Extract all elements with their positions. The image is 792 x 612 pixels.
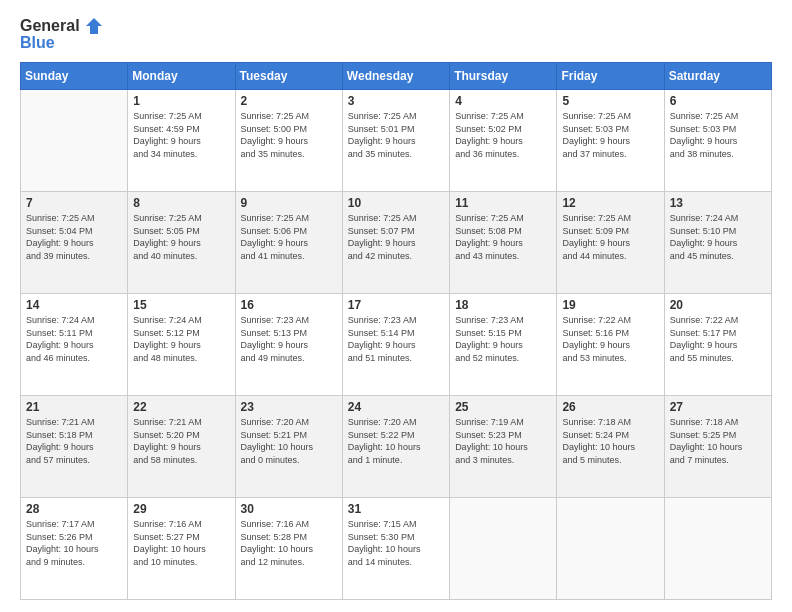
page-header: General Blue — [20, 16, 772, 52]
day-info: Sunrise: 7:25 AM Sunset: 5:07 PM Dayligh… — [348, 212, 444, 262]
day-info: Sunrise: 7:24 AM Sunset: 5:11 PM Dayligh… — [26, 314, 122, 364]
day-number: 4 — [455, 94, 551, 108]
day-number: 6 — [670, 94, 766, 108]
day-number: 17 — [348, 298, 444, 312]
calendar-cell: 25Sunrise: 7:19 AM Sunset: 5:23 PM Dayli… — [450, 396, 557, 498]
calendar-cell: 10Sunrise: 7:25 AM Sunset: 5:07 PM Dayli… — [342, 192, 449, 294]
day-info: Sunrise: 7:20 AM Sunset: 5:22 PM Dayligh… — [348, 416, 444, 466]
calendar-week-row: 14Sunrise: 7:24 AM Sunset: 5:11 PM Dayli… — [21, 294, 772, 396]
day-number: 7 — [26, 196, 122, 210]
day-number: 16 — [241, 298, 337, 312]
day-info: Sunrise: 7:15 AM Sunset: 5:30 PM Dayligh… — [348, 518, 444, 568]
logo: General Blue — [20, 16, 102, 52]
calendar-cell: 9Sunrise: 7:25 AM Sunset: 5:06 PM Daylig… — [235, 192, 342, 294]
day-number: 28 — [26, 502, 122, 516]
calendar-cell: 17Sunrise: 7:23 AM Sunset: 5:14 PM Dayli… — [342, 294, 449, 396]
day-info: Sunrise: 7:25 AM Sunset: 5:04 PM Dayligh… — [26, 212, 122, 262]
calendar-week-row: 1Sunrise: 7:25 AM Sunset: 4:59 PM Daylig… — [21, 90, 772, 192]
day-number: 19 — [562, 298, 658, 312]
day-number: 8 — [133, 196, 229, 210]
day-number: 13 — [670, 196, 766, 210]
day-info: Sunrise: 7:23 AM Sunset: 5:15 PM Dayligh… — [455, 314, 551, 364]
day-info: Sunrise: 7:25 AM Sunset: 5:01 PM Dayligh… — [348, 110, 444, 160]
calendar-cell: 20Sunrise: 7:22 AM Sunset: 5:17 PM Dayli… — [664, 294, 771, 396]
day-info: Sunrise: 7:17 AM Sunset: 5:26 PM Dayligh… — [26, 518, 122, 568]
day-info: Sunrise: 7:24 AM Sunset: 5:10 PM Dayligh… — [670, 212, 766, 262]
day-number: 25 — [455, 400, 551, 414]
calendar-week-row: 7Sunrise: 7:25 AM Sunset: 5:04 PM Daylig… — [21, 192, 772, 294]
day-number: 10 — [348, 196, 444, 210]
calendar-cell: 18Sunrise: 7:23 AM Sunset: 5:15 PM Dayli… — [450, 294, 557, 396]
calendar-cell: 16Sunrise: 7:23 AM Sunset: 5:13 PM Dayli… — [235, 294, 342, 396]
weekday-header-monday: Monday — [128, 63, 235, 90]
day-info: Sunrise: 7:22 AM Sunset: 5:16 PM Dayligh… — [562, 314, 658, 364]
day-info: Sunrise: 7:25 AM Sunset: 5:02 PM Dayligh… — [455, 110, 551, 160]
day-info: Sunrise: 7:25 AM Sunset: 5:08 PM Dayligh… — [455, 212, 551, 262]
calendar-cell: 8Sunrise: 7:25 AM Sunset: 5:05 PM Daylig… — [128, 192, 235, 294]
day-info: Sunrise: 7:18 AM Sunset: 5:25 PM Dayligh… — [670, 416, 766, 466]
calendar-cell: 13Sunrise: 7:24 AM Sunset: 5:10 PM Dayli… — [664, 192, 771, 294]
calendar-cell: 30Sunrise: 7:16 AM Sunset: 5:28 PM Dayli… — [235, 498, 342, 600]
weekday-header-wednesday: Wednesday — [342, 63, 449, 90]
calendar-table: SundayMondayTuesdayWednesdayThursdayFrid… — [20, 62, 772, 600]
calendar-cell: 21Sunrise: 7:21 AM Sunset: 5:18 PM Dayli… — [21, 396, 128, 498]
day-info: Sunrise: 7:23 AM Sunset: 5:13 PM Dayligh… — [241, 314, 337, 364]
logo-arrow-icon — [82, 16, 102, 36]
calendar-cell: 11Sunrise: 7:25 AM Sunset: 5:08 PM Dayli… — [450, 192, 557, 294]
day-number: 5 — [562, 94, 658, 108]
day-number: 31 — [348, 502, 444, 516]
weekday-header-tuesday: Tuesday — [235, 63, 342, 90]
day-info: Sunrise: 7:21 AM Sunset: 5:20 PM Dayligh… — [133, 416, 229, 466]
calendar-cell: 23Sunrise: 7:20 AM Sunset: 5:21 PM Dayli… — [235, 396, 342, 498]
day-number: 21 — [26, 400, 122, 414]
day-number: 29 — [133, 502, 229, 516]
day-info: Sunrise: 7:19 AM Sunset: 5:23 PM Dayligh… — [455, 416, 551, 466]
day-info: Sunrise: 7:16 AM Sunset: 5:28 PM Dayligh… — [241, 518, 337, 568]
day-number: 18 — [455, 298, 551, 312]
calendar-cell: 24Sunrise: 7:20 AM Sunset: 5:22 PM Dayli… — [342, 396, 449, 498]
weekday-header-friday: Friday — [557, 63, 664, 90]
day-info: Sunrise: 7:25 AM Sunset: 4:59 PM Dayligh… — [133, 110, 229, 160]
calendar-cell — [450, 498, 557, 600]
calendar-cell: 2Sunrise: 7:25 AM Sunset: 5:00 PM Daylig… — [235, 90, 342, 192]
day-number: 24 — [348, 400, 444, 414]
calendar-week-row: 21Sunrise: 7:21 AM Sunset: 5:18 PM Dayli… — [21, 396, 772, 498]
day-info: Sunrise: 7:22 AM Sunset: 5:17 PM Dayligh… — [670, 314, 766, 364]
weekday-header-sunday: Sunday — [21, 63, 128, 90]
calendar-cell: 4Sunrise: 7:25 AM Sunset: 5:02 PM Daylig… — [450, 90, 557, 192]
day-number: 26 — [562, 400, 658, 414]
calendar-cell: 31Sunrise: 7:15 AM Sunset: 5:30 PM Dayli… — [342, 498, 449, 600]
day-number: 1 — [133, 94, 229, 108]
calendar-cell: 22Sunrise: 7:21 AM Sunset: 5:20 PM Dayli… — [128, 396, 235, 498]
day-number: 9 — [241, 196, 337, 210]
day-number: 30 — [241, 502, 337, 516]
calendar-cell: 28Sunrise: 7:17 AM Sunset: 5:26 PM Dayli… — [21, 498, 128, 600]
svg-marker-0 — [86, 18, 102, 34]
weekday-header-saturday: Saturday — [664, 63, 771, 90]
day-info: Sunrise: 7:25 AM Sunset: 5:05 PM Dayligh… — [133, 212, 229, 262]
calendar-cell — [21, 90, 128, 192]
day-number: 2 — [241, 94, 337, 108]
day-info: Sunrise: 7:25 AM Sunset: 5:00 PM Dayligh… — [241, 110, 337, 160]
calendar-cell: 27Sunrise: 7:18 AM Sunset: 5:25 PM Dayli… — [664, 396, 771, 498]
calendar-cell — [557, 498, 664, 600]
day-number: 12 — [562, 196, 658, 210]
calendar-cell: 7Sunrise: 7:25 AM Sunset: 5:04 PM Daylig… — [21, 192, 128, 294]
calendar-header-row: SundayMondayTuesdayWednesdayThursdayFrid… — [21, 63, 772, 90]
calendar-cell: 29Sunrise: 7:16 AM Sunset: 5:27 PM Dayli… — [128, 498, 235, 600]
calendar-week-row: 28Sunrise: 7:17 AM Sunset: 5:26 PM Dayli… — [21, 498, 772, 600]
day-info: Sunrise: 7:25 AM Sunset: 5:03 PM Dayligh… — [670, 110, 766, 160]
calendar-cell: 26Sunrise: 7:18 AM Sunset: 5:24 PM Dayli… — [557, 396, 664, 498]
day-number: 22 — [133, 400, 229, 414]
calendar-cell: 14Sunrise: 7:24 AM Sunset: 5:11 PM Dayli… — [21, 294, 128, 396]
day-info: Sunrise: 7:20 AM Sunset: 5:21 PM Dayligh… — [241, 416, 337, 466]
day-number: 11 — [455, 196, 551, 210]
calendar-cell: 5Sunrise: 7:25 AM Sunset: 5:03 PM Daylig… — [557, 90, 664, 192]
calendar-cell — [664, 498, 771, 600]
day-number: 27 — [670, 400, 766, 414]
day-number: 3 — [348, 94, 444, 108]
day-info: Sunrise: 7:23 AM Sunset: 5:14 PM Dayligh… — [348, 314, 444, 364]
day-info: Sunrise: 7:18 AM Sunset: 5:24 PM Dayligh… — [562, 416, 658, 466]
day-number: 23 — [241, 400, 337, 414]
day-number: 20 — [670, 298, 766, 312]
